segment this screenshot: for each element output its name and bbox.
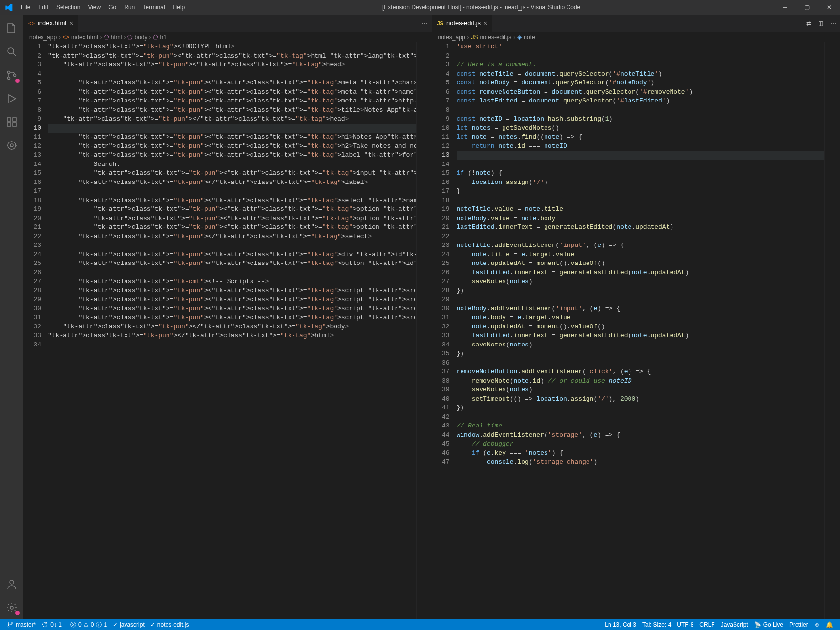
- search-icon[interactable]: [0, 40, 23, 63]
- menu-run[interactable]: Run: [120, 0, 139, 15]
- status-sync[interactable]: 0↓ 1↑: [39, 621, 67, 628]
- window-controls: ─ ▢ ✕: [774, 0, 840, 15]
- status-bell-icon[interactable]: 🔔: [823, 621, 836, 628]
- js-file-icon: JS: [471, 34, 478, 41]
- breadcrumb-item[interactable]: html: [111, 34, 122, 41]
- code-editor-left[interactable]: 1234567891011121314151617181920212223242…: [23, 42, 432, 619]
- js-file-icon: JS: [437, 20, 443, 26]
- svg-point-15: [11, 622, 12, 623]
- menu-help[interactable]: Help: [169, 0, 189, 15]
- split-editor-icon[interactable]: ◫: [818, 20, 823, 27]
- svg-point-11: [10, 580, 14, 584]
- svg-point-4: [14, 74, 16, 77]
- tab-label: notes-edit.js: [446, 20, 481, 27]
- close-icon[interactable]: ×: [69, 20, 73, 27]
- editor-pane-left: <> index.html × ⋯ notes_app› <> index.ht…: [23, 15, 432, 619]
- svg-point-0: [8, 48, 14, 54]
- tab-notes-edit-js[interactable]: JS notes-edit.js ×: [432, 15, 493, 32]
- more-actions-icon[interactable]: ⋯: [830, 20, 836, 27]
- menu-view[interactable]: View: [84, 0, 105, 15]
- close-button[interactable]: ✕: [818, 0, 840, 15]
- line-gutter: 1234567891011121314151617181920212223242…: [23, 42, 48, 619]
- status-encoding[interactable]: UTF-8: [674, 621, 696, 628]
- settings-gear-icon[interactable]: [0, 596, 23, 619]
- maximize-button[interactable]: ▢: [796, 0, 818, 15]
- explorer-icon[interactable]: [0, 17, 23, 40]
- status-language[interactable]: JavaScript: [718, 621, 751, 628]
- breadcrumb-item[interactable]: notes_app: [29, 34, 57, 41]
- tab-index-html[interactable]: <> index.html ×: [23, 15, 79, 32]
- svg-rect-6: [7, 123, 11, 126]
- gitlens-icon[interactable]: [0, 134, 23, 157]
- symbol-icon: ⬠: [127, 34, 132, 41]
- minimap[interactable]: [416, 42, 432, 619]
- status-file-eslint[interactable]: ✓notes-edit.js: [147, 621, 192, 628]
- status-tab-size[interactable]: Tab Size: 4: [639, 621, 674, 628]
- svg-point-2: [8, 71, 10, 74]
- code-editor-right[interactable]: 1234567891011121314151617181920212223242…: [432, 42, 840, 619]
- menu-edit[interactable]: Edit: [34, 0, 52, 15]
- html-file-icon: <>: [28, 20, 35, 26]
- breadcrumbs-left[interactable]: notes_app› <> index.html› ⬠ html› ⬠ body…: [23, 32, 432, 42]
- source-control-icon[interactable]: [0, 63, 23, 87]
- tabs-left: <> index.html × ⋯: [23, 15, 432, 32]
- svg-point-9: [8, 142, 16, 149]
- vscode-logo-icon: [0, 3, 17, 11]
- breadcrumb-item[interactable]: index.html: [71, 34, 98, 41]
- status-eol[interactable]: CRLF: [696, 621, 717, 628]
- status-prettier[interactable]: Prettier: [786, 621, 811, 628]
- menu-file[interactable]: File: [17, 0, 34, 15]
- activity-bar: [0, 15, 23, 619]
- minimize-button[interactable]: ─: [774, 0, 796, 15]
- more-actions-icon[interactable]: ⋯: [422, 20, 428, 27]
- svg-rect-8: [13, 118, 16, 121]
- breadcrumb-item[interactable]: h1: [160, 34, 166, 41]
- status-cursor-position[interactable]: Ln 13, Col 3: [602, 621, 639, 628]
- extensions-icon[interactable]: [0, 110, 23, 134]
- tabs-right: JS notes-edit.js × ⇄ ◫ ⋯: [432, 15, 840, 32]
- status-go-live[interactable]: 📡Go Live: [751, 621, 786, 628]
- close-icon[interactable]: ×: [483, 20, 487, 27]
- breadcrumb-item[interactable]: notes_app: [438, 34, 465, 41]
- run-debug-icon[interactable]: [0, 87, 23, 110]
- status-eslint[interactable]: ✓javascript: [110, 621, 147, 628]
- breadcrumb-item[interactable]: notes-edit.js: [480, 34, 512, 41]
- svg-point-10: [10, 144, 13, 147]
- status-bar: master* 0↓ 1↑ ⓧ0 ⚠0 ⓘ1 ✓javascript ✓note…: [0, 619, 840, 630]
- status-feedback-icon[interactable]: ☺: [811, 621, 823, 628]
- svg-point-14: [8, 626, 9, 627]
- window-title: [Extension Development Host] - notes-edi…: [189, 4, 774, 11]
- svg-point-3: [8, 77, 10, 80]
- settings-badge: [15, 611, 20, 615]
- scm-badge: [15, 79, 20, 83]
- breadcrumbs-right[interactable]: notes_app› JS notes-edit.js› ◈ note: [432, 32, 840, 42]
- line-gutter: 1234567891011121314151617181920212223242…: [432, 42, 457, 619]
- symbol-icon: ⬠: [153, 34, 158, 41]
- tab-label: index.html: [38, 20, 66, 27]
- minimap[interactable]: [824, 42, 840, 619]
- svg-point-12: [10, 606, 13, 609]
- html-file-icon: <>: [63, 34, 69, 41]
- menu-selection[interactable]: Selection: [52, 0, 84, 15]
- symbol-icon: ◈: [517, 34, 522, 41]
- symbol-icon: ⬠: [104, 34, 109, 41]
- code-content[interactable]: 'use strict' // Here is a comment.const …: [457, 42, 825, 619]
- menu-go[interactable]: Go: [105, 0, 120, 15]
- menu-terminal[interactable]: Terminal: [139, 0, 168, 15]
- svg-line-1: [13, 53, 16, 56]
- accounts-icon[interactable]: [0, 572, 23, 596]
- status-problems[interactable]: ⓧ0 ⚠0 ⓘ1: [67, 621, 110, 629]
- editor-area: <> index.html × ⋯ notes_app› <> index.ht…: [23, 15, 840, 619]
- status-branch[interactable]: master*: [4, 621, 39, 628]
- menu-bar: File Edit Selection View Go Run Terminal…: [17, 0, 189, 15]
- code-content[interactable]: "tk-attr">class"tk-txt">="tk-tag"><!DOCT…: [48, 42, 416, 619]
- editor-pane-right: JS notes-edit.js × ⇄ ◫ ⋯ notes_app› JS n…: [432, 15, 840, 619]
- svg-point-13: [8, 622, 9, 623]
- breadcrumb-item[interactable]: body: [134, 34, 147, 41]
- toggle-changes-icon[interactable]: ⇄: [806, 20, 811, 27]
- svg-rect-5: [7, 118, 11, 121]
- breadcrumb-item[interactable]: note: [524, 34, 535, 41]
- svg-rect-7: [13, 123, 16, 126]
- title-bar: File Edit Selection View Go Run Terminal…: [0, 0, 840, 15]
